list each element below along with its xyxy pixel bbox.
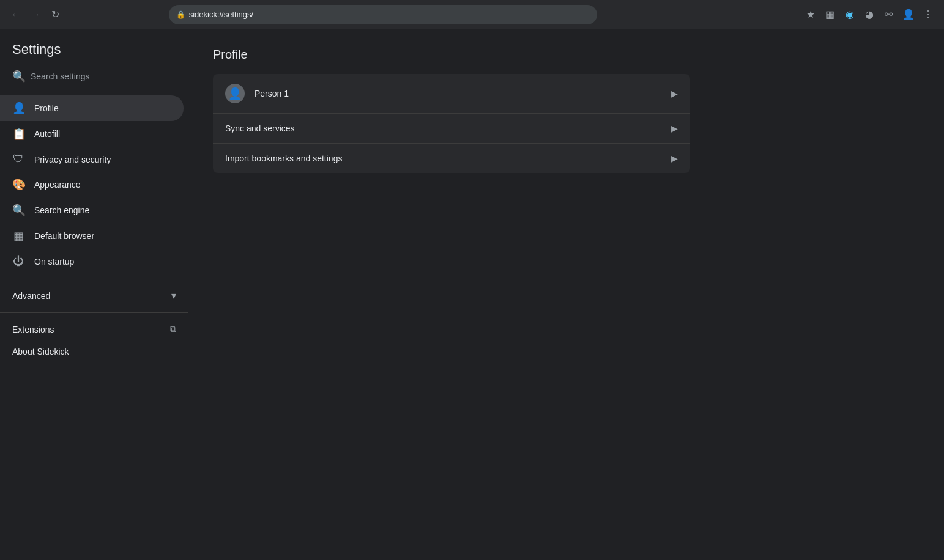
sidekick-icon-button[interactable]: ◕ — [861, 6, 878, 23]
sidebar-item-autofill[interactable]: 📋 Autofill — [0, 121, 184, 147]
sidebar-label-about: About Sidekick — [12, 347, 176, 356]
external-link-icon: ⧉ — [170, 324, 176, 334]
sidebar-divider — [0, 312, 188, 313]
avatar: 👤 — [225, 84, 245, 103]
extensions-button[interactable]: ⚯ — [880, 6, 898, 23]
power-icon: ⏻ — [12, 255, 24, 268]
search-icon: 🔍 — [12, 204, 24, 217]
sync-label: Sync and services — [225, 123, 671, 133]
sidebar-label-profile: Profile — [34, 103, 171, 113]
search-icon: 🔍 — [12, 70, 26, 83]
profile-card: 👤 Person 1 ▶ Sync and services ▶ Import … — [213, 74, 690, 173]
sidebar-label-default-browser: Default browser — [34, 231, 171, 241]
person1-chevron-icon: ▶ — [671, 89, 678, 98]
browser-chrome: ← → ↻ 🔒 sidekick://settings/ ★ ▦ ◉ ◕ ⚯ 👤… — [0, 0, 944, 29]
sidebar-label-extensions: Extensions — [12, 325, 160, 334]
sidebar: Settings 🔍 👤 Profile 📋 Autofill 🛡 Privac… — [0, 29, 188, 560]
advanced-chevron-icon: ▾ — [171, 290, 176, 301]
import-item[interactable]: Import bookmarks and settings ▶ — [213, 144, 690, 173]
sidebar-item-search[interactable]: 🔍 Search engine — [0, 197, 184, 223]
page-layout: Settings 🔍 👤 Profile 📋 Autofill 🛡 Privac… — [0, 29, 944, 560]
address-bar[interactable]: 🔒 sidekick://settings/ — [169, 5, 597, 24]
shield-icon: 🛡 — [12, 153, 24, 166]
sidebar-label-search: Search engine — [34, 205, 171, 215]
import-chevron-icon: ▶ — [671, 153, 678, 163]
person1-label: Person 1 — [255, 89, 671, 98]
sidebar-label-startup: On startup — [34, 257, 171, 267]
sidebar-item-default-browser[interactable]: ▦ Default browser — [0, 223, 184, 249]
sidebar-item-about[interactable]: About Sidekick — [0, 341, 188, 363]
person-icon: 👤 — [12, 101, 24, 115]
settings-title: Settings — [0, 42, 188, 70]
main-content: Profile 👤 Person 1 ▶ Sync and services ▶… — [188, 29, 944, 560]
browser-icon: ▦ — [12, 229, 24, 243]
autofill-icon: 📋 — [12, 127, 24, 141]
sidebar-label-appearance: Appearance — [34, 180, 171, 190]
sidebar-item-profile[interactable]: 👤 Profile — [0, 95, 184, 121]
search-input[interactable] — [31, 72, 176, 81]
sync-item[interactable]: Sync and services ▶ — [213, 114, 690, 144]
import-label: Import bookmarks and settings — [225, 153, 671, 163]
bookmark-button[interactable]: ★ — [802, 6, 819, 23]
sidebar-item-appearance[interactable]: 🎨 Appearance — [0, 172, 184, 197]
sidebar-label-autofill: Autofill — [34, 129, 171, 139]
palette-icon: 🎨 — [12, 178, 24, 191]
advanced-section[interactable]: Advanced ▾ — [0, 284, 188, 308]
search-bar: 🔍 — [0, 70, 188, 95]
back-button[interactable]: ← — [7, 6, 24, 23]
sidebar-item-privacy[interactable]: 🛡 Privacy and security — [0, 147, 184, 172]
forward-button[interactable]: → — [27, 6, 44, 23]
address-text: sidekick://settings/ — [189, 10, 254, 19]
nav-buttons: ← → ↻ — [7, 6, 64, 23]
sync-chevron-icon: ▶ — [671, 123, 678, 133]
tab-organizer-button[interactable]: ▦ — [822, 6, 839, 23]
person1-item[interactable]: 👤 Person 1 ▶ — [213, 74, 690, 114]
sidebar-item-startup[interactable]: ⏻ On startup — [0, 249, 184, 274]
avatar-icon: 👤 — [228, 87, 242, 100]
profile-button[interactable]: 👤 — [900, 6, 917, 23]
sidebar-item-extensions[interactable]: Extensions ⧉ — [0, 318, 188, 341]
section-title: Profile — [213, 48, 920, 62]
advanced-label: Advanced — [12, 291, 171, 301]
reload-button[interactable]: ↻ — [46, 6, 64, 23]
sidebar-label-privacy: Privacy and security — [34, 155, 171, 164]
lock-icon: 🔒 — [176, 10, 185, 19]
menu-button[interactable]: ⋮ — [920, 6, 937, 23]
toolbar-right: ★ ▦ ◉ ◕ ⚯ 👤 ⋮ — [802, 6, 937, 23]
refresh-icon-button[interactable]: ◉ — [841, 6, 858, 23]
